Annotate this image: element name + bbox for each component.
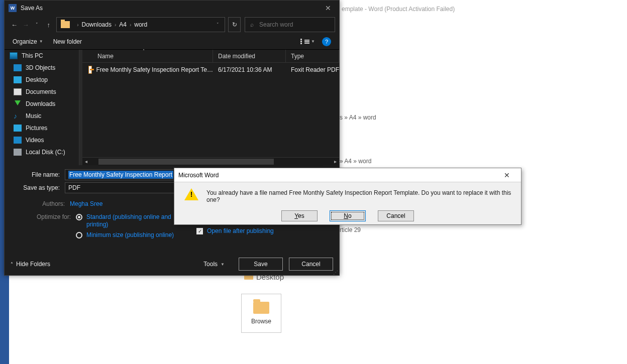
nav-tree[interactable]: This PC 3D Objects Desktop Documents Dow… xyxy=(5,50,79,165)
column-label: Date modified xyxy=(218,53,255,60)
tree-pictures[interactable]: Pictures xyxy=(5,122,79,134)
file-name-label: File name: xyxy=(11,171,65,178)
optimize-label: Optimize for: xyxy=(11,213,76,239)
tree-downloads[interactable]: Downloads xyxy=(5,98,79,110)
save-as-dialog: W Save As ✕ ← → ˅ ↑ › Downloads › A4 › w… xyxy=(4,0,340,276)
new-folder-label: New folder xyxy=(53,38,82,45)
yes-button[interactable]: Yes xyxy=(281,210,318,221)
dialog-title: Save As xyxy=(21,5,43,12)
scroll-left-icon[interactable]: ◂ xyxy=(82,158,90,166)
videos-icon xyxy=(14,137,22,144)
tree-label: 3D Objects xyxy=(26,64,55,71)
recent-locations-button[interactable]: ˅ xyxy=(32,18,43,32)
browse-label: Browse xyxy=(251,318,271,325)
breadcrumb[interactable]: › Downloads › A4 › word ˅ xyxy=(56,17,225,32)
tree-this-pc[interactable]: This PC xyxy=(5,50,79,62)
file-list: ˄Name Date modified Type Free Monthly Sa… xyxy=(82,50,339,165)
tree-label: Documents xyxy=(26,88,56,95)
file-row[interactable]: Free Monthly Safety Inspection Report Te… xyxy=(82,63,339,77)
sort-indicator-icon: ˄ xyxy=(143,49,145,53)
hide-folders-button[interactable]: ˄ Hide Folders xyxy=(11,261,50,268)
view-options-button[interactable]: ▼ xyxy=(300,39,315,44)
tree-desktop[interactable]: Desktop xyxy=(5,74,79,86)
tree-label: Pictures xyxy=(26,125,47,132)
column-header-date[interactable]: Date modified xyxy=(213,50,286,62)
3d-objects-icon xyxy=(14,64,22,71)
file-name-value: Free Monthly Safety Inspection Report xyxy=(68,171,173,179)
chevron-right-icon[interactable]: › xyxy=(77,22,78,28)
new-folder-button[interactable]: New folder xyxy=(53,38,82,45)
nav-back-button[interactable]: ← xyxy=(9,18,20,32)
browse-button[interactable]: Browse xyxy=(241,294,281,333)
organize-menu[interactable]: Organize ▼ xyxy=(13,38,43,45)
downloads-icon xyxy=(14,100,22,107)
save-type-label: Save as type: xyxy=(11,184,65,191)
nav-forward-button[interactable]: → xyxy=(20,18,32,32)
save-button[interactable]: Save xyxy=(239,258,283,271)
authors-label: Authors: xyxy=(11,200,70,207)
breadcrumb-item[interactable]: Downloads xyxy=(82,21,112,28)
chevron-down-icon: ▼ xyxy=(311,39,315,44)
search-input[interactable] xyxy=(259,21,335,28)
close-button[interactable]: ✕ xyxy=(497,168,517,182)
no-button[interactable]: No xyxy=(330,210,366,221)
tree-label: Videos xyxy=(26,137,44,144)
tree-music[interactable]: ♪Music xyxy=(5,110,79,122)
resize-grip[interactable]: ⋰ xyxy=(333,271,338,274)
folder-icon xyxy=(253,302,269,314)
nav-up-button[interactable]: ↑ xyxy=(43,18,54,32)
music-icon: ♪ xyxy=(14,112,22,119)
word-window-title: emplate - Word (Product Activation Faile… xyxy=(342,6,455,13)
tree-videos[interactable]: Videos xyxy=(5,134,79,146)
tree-documents[interactable]: Documents xyxy=(5,86,79,98)
chevron-down-icon: ▼ xyxy=(221,262,225,267)
breadcrumb-item[interactable]: A4 xyxy=(119,21,127,28)
tree-label: This PC xyxy=(22,52,43,59)
search-icon: ⌕ xyxy=(245,21,259,28)
folder-icon xyxy=(61,21,70,28)
open-after-publish-checkbox[interactable]: ✓ Open file after publishing xyxy=(196,227,333,234)
tree-label: Music xyxy=(26,112,41,119)
optimize-standard-radio[interactable]: Standard (publishing online and printing… xyxy=(76,213,176,228)
horizontal-scrollbar[interactable]: ◂ ▸ xyxy=(82,157,339,165)
confirm-titlebar[interactable]: Microsoft Word ✕ xyxy=(174,168,521,182)
word-icon: W xyxy=(9,4,17,12)
column-header-name[interactable]: ˄Name xyxy=(82,50,213,62)
chevron-down-icon[interactable]: ˅ xyxy=(211,22,225,27)
radio-icon xyxy=(76,232,82,238)
authors-value[interactable]: Megha Sree xyxy=(70,200,102,208)
chevron-down-icon: ▼ xyxy=(39,39,43,44)
confirm-title: Microsoft Word xyxy=(178,172,219,179)
desktop-icon xyxy=(14,76,22,83)
breadcrumb-item[interactable]: word xyxy=(134,21,147,28)
optimize-minimum-radio[interactable]: Minimum size (publishing online) xyxy=(76,231,176,239)
organize-label: Organize xyxy=(13,38,37,45)
save-type-value: PDF xyxy=(68,184,80,191)
refresh-button[interactable]: ↻ xyxy=(228,17,241,32)
radio-label: Minimum size (publishing online) xyxy=(86,231,174,239)
checkbox-icon: ✓ xyxy=(196,228,203,234)
confirm-cancel-button[interactable]: Cancel xyxy=(378,210,414,221)
scroll-right-icon[interactable]: ▸ xyxy=(331,158,339,166)
help-button[interactable]: ? xyxy=(322,37,331,46)
close-button[interactable]: ✕ xyxy=(317,1,339,16)
tools-menu[interactable]: Tools ▼ xyxy=(203,261,225,268)
scrollbar-thumb[interactable] xyxy=(98,159,274,165)
splitter[interactable] xyxy=(79,50,82,165)
tree-label: Local Disk (C:) xyxy=(26,149,65,156)
confirm-message: You already have a file named Free Month… xyxy=(206,187,514,203)
chevron-right-icon[interactable]: › xyxy=(130,22,131,28)
tools-label: Tools xyxy=(203,261,218,268)
search-box[interactable]: ⌕ xyxy=(245,17,335,32)
toolbar: Organize ▼ New folder ▼ ? xyxy=(5,34,339,50)
documents-icon xyxy=(14,88,22,95)
chevron-right-icon[interactable]: › xyxy=(115,22,116,28)
tree-local-disk[interactable]: Local Disk (C:) xyxy=(5,146,79,158)
dialog-titlebar[interactable]: W Save As ✕ xyxy=(5,1,339,16)
warning-icon: ! xyxy=(184,188,197,201)
radio-label: Standard (publishing online and printing… xyxy=(86,213,176,228)
cancel-button[interactable]: Cancel xyxy=(289,258,333,271)
tree-3d-objects[interactable]: 3D Objects xyxy=(5,62,79,74)
column-header-type[interactable]: Type xyxy=(286,50,339,62)
file-type: Foxit Reader PDF xyxy=(291,66,339,73)
